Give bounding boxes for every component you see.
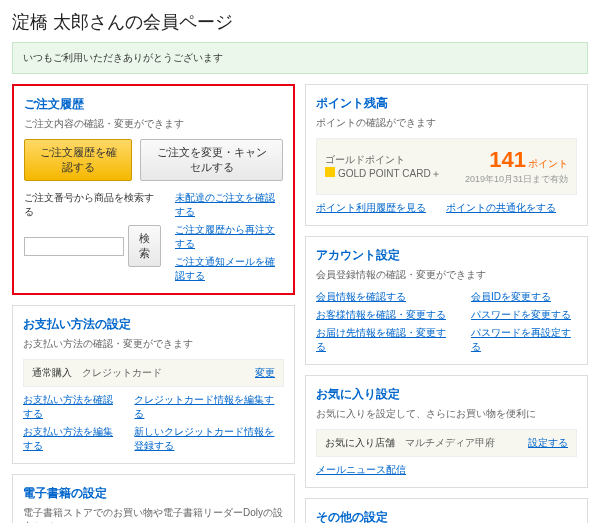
- other-title: その他の設定: [316, 509, 577, 523]
- points-box: ゴールドポイント GOLD POINT CARD＋ 141ポイント 2019年1…: [316, 138, 577, 195]
- points-expire: 2019年10月31日まで有効: [465, 173, 568, 186]
- favorite-set-link[interactable]: 設定する: [528, 436, 568, 450]
- notice-banner: いつもご利用いただきありがとうございます: [12, 42, 588, 74]
- points-value: 141: [489, 147, 526, 172]
- ebook-section: 電子書籍の設定 電子書籍ストアでのお買い物や電子書籍リーダーDolyの設定など …: [12, 474, 295, 523]
- other-section: その他の設定 その他の設定・管理ができます 検索設定: [305, 498, 588, 523]
- account-link-id[interactable]: 会員IDを変更する: [471, 290, 577, 304]
- order-search-input[interactable]: [24, 237, 124, 256]
- account-link-address[interactable]: お届け先情報を確認・変更する: [316, 326, 451, 354]
- payment-change-link[interactable]: 変更: [255, 366, 275, 380]
- account-link-pw[interactable]: パスワードを変更する: [471, 308, 577, 322]
- order-search-label: ご注文番号から商品を検索する: [24, 191, 161, 219]
- ebook-title: 電子書籍の設定: [23, 485, 284, 502]
- order-link-reorder[interactable]: ご注文履歴から再注文する: [175, 223, 283, 251]
- account-link-pw-reset[interactable]: パスワードを再設定する: [471, 326, 577, 354]
- favorite-box-label: お気に入り店舗: [325, 436, 395, 450]
- points-desc: ポイントの確認ができます: [316, 116, 577, 130]
- account-link-info[interactable]: 会員情報を確認する: [316, 290, 451, 304]
- favorite-link-mailnews[interactable]: メールニュース配信: [316, 463, 406, 477]
- gold-point-label: ゴールドポイント: [325, 153, 441, 167]
- order-title: ご注文履歴: [24, 96, 283, 113]
- ebook-desc: 電子書籍ストアでのお買い物や電子書籍リーダーDolyの設定など: [23, 506, 284, 523]
- points-section: ポイント残高 ポイントの確認ができます ゴールドポイント GOLD POINT …: [305, 84, 588, 226]
- payment-link-cc-edit[interactable]: クレジットカード情報を編集する: [134, 393, 284, 421]
- points-title: ポイント残高: [316, 95, 577, 112]
- favorite-desc: お気に入りを設定して、さらにお買い物を便利に: [316, 407, 577, 421]
- gold-point-card: GOLD POINT CARD＋: [338, 168, 441, 179]
- payment-box-value: クレジットカード: [82, 366, 162, 380]
- account-title: アカウント設定: [316, 247, 577, 264]
- account-section: アカウント設定 会員登録情報の確認・変更ができます 会員情報を確認する お客様情…: [305, 236, 588, 365]
- points-unit: ポイント: [528, 158, 568, 169]
- payment-box-label: 通常購入: [32, 366, 72, 380]
- order-link-mail[interactable]: ご注文通知メールを確認する: [175, 255, 283, 283]
- account-link-customer[interactable]: お客様情報を確認・変更する: [316, 308, 451, 322]
- payment-box: 通常購入 クレジットカード 変更: [23, 359, 284, 387]
- order-link-undelivered[interactable]: 未配達のご注文を確認する: [175, 191, 283, 219]
- points-link-history[interactable]: ポイント利用履歴を見る: [316, 201, 426, 215]
- payment-link-cc-new[interactable]: 新しいクレジットカード情報を登録する: [134, 425, 284, 453]
- payment-link-edit[interactable]: お支払い方法を編集する: [23, 425, 114, 453]
- payment-link-confirm[interactable]: お支払い方法を確認する: [23, 393, 114, 421]
- order-desc: ご注文内容の確認・変更ができます: [24, 117, 283, 131]
- favorite-box-value: マルチメディア甲府: [405, 436, 495, 450]
- account-desc: 会員登録情報の確認・変更ができます: [316, 268, 577, 282]
- favorite-title: お気に入り設定: [316, 386, 577, 403]
- favorite-box: お気に入り店舗 マルチメディア甲府 設定する: [316, 429, 577, 457]
- payment-section: お支払い方法の設定 お支払い方法の確認・変更ができます 通常購入 クレジットカー…: [12, 305, 295, 464]
- order-history-button[interactable]: ご注文履歴を確認する: [24, 139, 132, 181]
- favorite-section: お気に入り設定 お気に入りを設定して、さらにお買い物を便利に お気に入り店舗 マ…: [305, 375, 588, 488]
- order-history-section: ご注文履歴 ご注文内容の確認・変更ができます ご注文履歴を確認する ご注文を変更…: [12, 84, 295, 295]
- order-search-button[interactable]: 検索: [128, 225, 161, 267]
- order-change-button[interactable]: ご注文を変更・キャンセルする: [140, 139, 283, 181]
- gold-point-icon: [325, 167, 335, 177]
- payment-desc: お支払い方法の確認・変更ができます: [23, 337, 284, 351]
- page-title: 淀橋 太郎さんの会員ページ: [12, 10, 588, 34]
- points-link-common[interactable]: ポイントの共通化をする: [446, 201, 556, 215]
- payment-title: お支払い方法の設定: [23, 316, 284, 333]
